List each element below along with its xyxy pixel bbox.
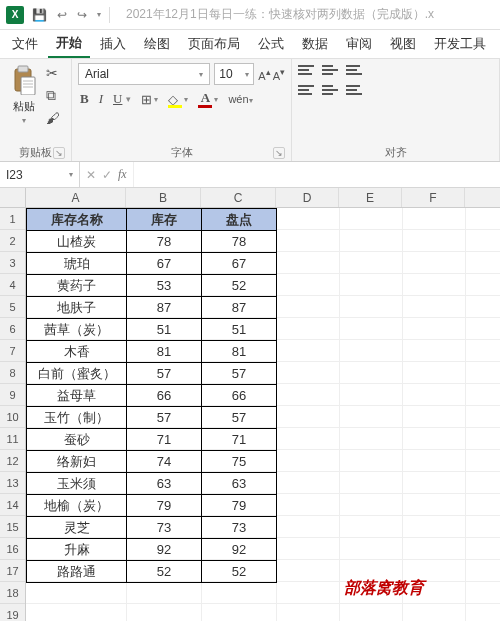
font-size-select[interactable]: 10▾ (214, 63, 254, 85)
cell[interactable]: 74 (127, 451, 202, 473)
tab-页面布局[interactable]: 页面布局 (180, 31, 248, 57)
paste-more-icon[interactable]: ▾ (22, 116, 26, 125)
align-center-icon[interactable] (322, 85, 338, 99)
cell[interactable]: 81 (127, 341, 202, 363)
qat-more-icon[interactable]: ▾ (97, 10, 101, 19)
underline-more-icon[interactable]: ▾ (126, 94, 131, 104)
cell[interactable]: 73 (127, 517, 202, 539)
row-header[interactable]: 15 (0, 516, 25, 538)
cell[interactable]: 79 (127, 495, 202, 517)
enter-icon[interactable]: ✓ (102, 168, 112, 182)
cell[interactable]: 玉米须 (27, 473, 127, 495)
row-header[interactable]: 11 (0, 428, 25, 450)
row-header[interactable]: 19 (0, 604, 25, 621)
bold-button[interactable]: B (80, 91, 89, 107)
redo-icon[interactable]: ↪ (77, 8, 87, 22)
tab-开始[interactable]: 开始 (48, 30, 90, 58)
select-all-corner[interactable] (0, 188, 26, 208)
cell[interactable]: 灵芝 (27, 517, 127, 539)
font-color-button[interactable]: A▾ (198, 92, 218, 106)
row-header[interactable]: 8 (0, 362, 25, 384)
paste-button[interactable]: 粘贴 ▾ (6, 63, 42, 139)
column-header[interactable]: A (26, 188, 126, 207)
cell[interactable]: 地榆（炭） (27, 495, 127, 517)
tab-插入[interactable]: 插入 (92, 31, 134, 57)
undo-icon[interactable]: ↩ (57, 8, 67, 22)
cell[interactable]: 木香 (27, 341, 127, 363)
align-left-icon[interactable] (298, 85, 314, 99)
table-header[interactable]: 盘点 (202, 209, 277, 231)
cell[interactable]: 玉竹（制） (27, 407, 127, 429)
cell[interactable]: 78 (127, 231, 202, 253)
cell[interactable]: 67 (202, 253, 277, 275)
column-header[interactable]: E (339, 188, 402, 207)
align-right-icon[interactable] (346, 85, 362, 99)
font-launcher-icon[interactable]: ↘ (273, 147, 285, 159)
cell[interactable]: 87 (127, 297, 202, 319)
row-header[interactable]: 3 (0, 252, 25, 274)
border-button[interactable]: ⊞▾ (141, 92, 158, 107)
cell[interactable]: 路路通 (27, 561, 127, 583)
fx-icon[interactable]: fx (118, 167, 127, 182)
row-header[interactable]: 18 (0, 582, 25, 604)
cell[interactable]: 益母草 (27, 385, 127, 407)
cell[interactable]: 52 (202, 275, 277, 297)
column-header[interactable]: F (402, 188, 465, 207)
cell[interactable]: 79 (202, 495, 277, 517)
cell[interactable]: 75 (202, 451, 277, 473)
tab-文件[interactable]: 文件 (4, 31, 46, 57)
align-top-icon[interactable] (298, 65, 314, 79)
row-header[interactable]: 4 (0, 274, 25, 296)
cell[interactable]: 黄药子 (27, 275, 127, 297)
name-box[interactable]: I23▾ (0, 162, 80, 187)
cells-area[interactable]: 库存名称库存盘点山楂炭7878琥珀6767黄药子5352地肤子8787茜草（炭）… (26, 208, 500, 621)
cell[interactable]: 67 (127, 253, 202, 275)
formula-bar[interactable] (133, 162, 500, 187)
format-painter-icon[interactable]: 🖌 (46, 110, 60, 126)
row-header[interactable]: 2 (0, 230, 25, 252)
cell[interactable]: 52 (127, 561, 202, 583)
cell[interactable]: 87 (202, 297, 277, 319)
underline-button[interactable]: U (113, 91, 122, 107)
align-middle-icon[interactable] (322, 65, 338, 79)
row-header[interactable]: 17 (0, 560, 25, 582)
table-header[interactable]: 库存 (127, 209, 202, 231)
phonetic-button[interactable]: wén▾ (228, 93, 252, 105)
cell[interactable]: 络新妇 (27, 451, 127, 473)
cell[interactable]: 92 (127, 539, 202, 561)
font-name-select[interactable]: Arial▾ (78, 63, 210, 85)
row-header[interactable]: 1 (0, 208, 25, 230)
cut-icon[interactable]: ✂ (46, 65, 60, 81)
cell[interactable]: 山楂炭 (27, 231, 127, 253)
cell[interactable]: 57 (202, 407, 277, 429)
row-header[interactable]: 7 (0, 340, 25, 362)
cell[interactable]: 53 (127, 275, 202, 297)
column-header[interactable]: D (276, 188, 339, 207)
copy-icon[interactable]: ⧉ (46, 87, 60, 104)
cell[interactable]: 57 (127, 407, 202, 429)
row-header[interactable]: 6 (0, 318, 25, 340)
cell[interactable]: 92 (202, 539, 277, 561)
tab-视图[interactable]: 视图 (382, 31, 424, 57)
row-header[interactable]: 10 (0, 406, 25, 428)
column-header[interactable]: B (126, 188, 201, 207)
tab-绘图[interactable]: 绘图 (136, 31, 178, 57)
align-bottom-icon[interactable] (346, 65, 362, 79)
cell[interactable]: 地肤子 (27, 297, 127, 319)
cancel-icon[interactable]: ✕ (86, 168, 96, 182)
tab-数据[interactable]: 数据 (294, 31, 336, 57)
clipboard-launcher-icon[interactable]: ↘ (53, 147, 65, 159)
cell[interactable]: 52 (202, 561, 277, 583)
row-header[interactable]: 12 (0, 450, 25, 472)
column-header[interactable]: C (201, 188, 276, 207)
italic-button[interactable]: I (99, 91, 103, 107)
cell[interactable]: 63 (202, 473, 277, 495)
cell[interactable]: 琥珀 (27, 253, 127, 275)
cell[interactable]: 81 (202, 341, 277, 363)
cell[interactable]: 71 (202, 429, 277, 451)
tab-开发工具[interactable]: 开发工具 (426, 31, 494, 57)
fill-color-button[interactable]: ◇▾ (168, 92, 188, 106)
row-header[interactable]: 9 (0, 384, 25, 406)
cell[interactable]: 蚕砂 (27, 429, 127, 451)
cell[interactable]: 51 (127, 319, 202, 341)
